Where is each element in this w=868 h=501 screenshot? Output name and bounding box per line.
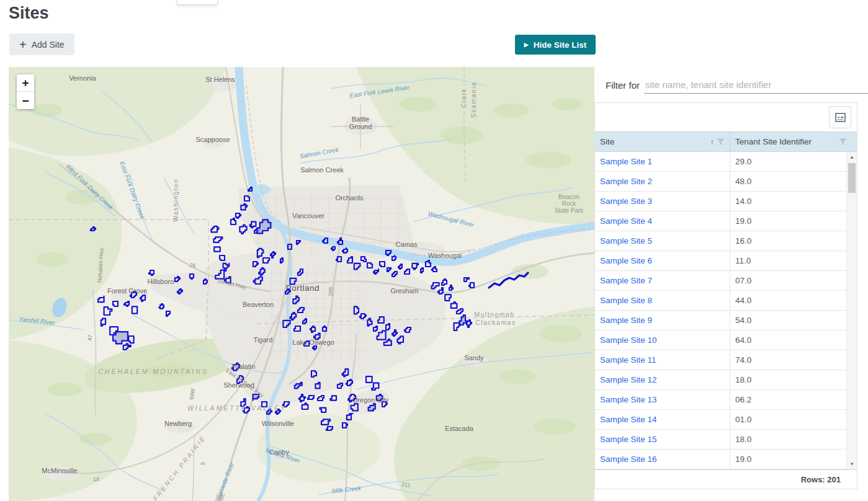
table-row: Sample Site 1064.0: [595, 330, 857, 350]
svg-text:Estacada: Estacada: [445, 425, 474, 432]
svg-text:Orchards: Orchards: [335, 194, 364, 202]
svg-text:Tigard: Tigard: [254, 336, 273, 344]
table-row: Sample Site 1306.2: [595, 390, 857, 410]
column-header-tenant-site-identifier[interactable]: Tenant Site Identifier: [730, 132, 857, 151]
site-link[interactable]: Sample Site 13: [595, 390, 730, 409]
filter-input[interactable]: [644, 78, 868, 94]
svg-text:Scappoose: Scappoose: [195, 136, 230, 143]
svg-text:Oregon City: Oregon City: [352, 396, 389, 404]
site-link[interactable]: Sample Site 10: [595, 330, 730, 350]
tenant-site-identifier-cell: 29.0: [730, 152, 846, 171]
svg-text:State Park: State Park: [555, 207, 584, 214]
site-link[interactable]: Sample Site 9: [595, 311, 730, 330]
site-link[interactable]: Sample Site 3: [595, 192, 730, 211]
filter-label: Filter for: [606, 78, 640, 91]
svg-text:Hillsboro: Hillsboro: [148, 278, 174, 285]
tenant-site-identifier-cell: 19.0: [730, 211, 846, 231]
svg-text:26: 26: [189, 262, 197, 269]
svg-text:18: 18: [93, 476, 99, 482]
table-row: Sample Site 129.0: [595, 152, 857, 172]
site-link[interactable]: Sample Site 2: [595, 172, 730, 191]
zoom-in-button[interactable]: +: [17, 74, 34, 92]
table-row: Sample Site 1401.0: [595, 410, 857, 430]
table-row: Sample Site 248.0: [595, 172, 857, 192]
svg-text:Sandy: Sandy: [464, 354, 484, 361]
site-link[interactable]: Sample Site 16: [595, 450, 730, 469]
scroll-up-icon[interactable]: ▲: [847, 152, 857, 162]
hide-site-list-button[interactable]: ▶ Hide Site List: [515, 35, 596, 55]
site-link[interactable]: Sample Site 14: [595, 410, 730, 429]
filter-funnel-icon[interactable]: [839, 138, 847, 146]
svg-text:Salmon Creek: Salmon Creek: [300, 166, 344, 174]
svg-text:St Helens: St Helens: [205, 76, 235, 83]
filter-funnel-icon[interactable]: [717, 138, 725, 146]
site-link[interactable]: Sample Site 5: [595, 231, 730, 250]
svg-text:Rock: Rock: [562, 200, 577, 207]
scroll-down-icon[interactable]: ▼: [847, 459, 857, 469]
site-link[interactable]: Sample Site 11: [595, 350, 730, 370]
clipped-top-button[interactable]: [177, 0, 218, 5]
add-site-button[interactable]: + Add Site: [9, 33, 74, 55]
tenant-site-identifier-cell: 16.0: [730, 231, 846, 250]
site-link[interactable]: Sample Site 6: [595, 251, 730, 270]
tenant-site-identifier-cell: 64.0: [730, 330, 846, 350]
site-link[interactable]: Sample Site 7: [595, 271, 730, 290]
svg-text:Vernonia: Vernonia: [69, 74, 96, 82]
tenant-site-identifier-cell: 18.0: [730, 370, 846, 389]
svg-text:Ground: Ground: [349, 123, 372, 130]
grid-footer: Rows: 201: [595, 469, 857, 489]
collapse-right-icon: ▶: [524, 42, 529, 48]
tenant-site-identifier-cell: 48.0: [730, 172, 846, 191]
grid-header: Site ↑ Tenant Site Identifier: [595, 131, 857, 152]
table-row: Sample Site 1174.0: [595, 350, 857, 370]
site-link[interactable]: Sample Site 4: [595, 211, 730, 231]
tenant-site-identifier-cell: 01.0: [730, 410, 846, 429]
zoom-out-button[interactable]: −: [17, 92, 34, 109]
tenant-site-identifier-cell: 19.0: [730, 450, 846, 469]
svg-text:Gresham: Gresham: [390, 287, 418, 295]
table-row: Sample Site 1619.0: [595, 450, 857, 469]
grid-toolbar: [595, 103, 857, 131]
svg-text:Portland: Portland: [286, 283, 320, 293]
tenant-site-identifier-cell: 07.0: [730, 271, 846, 290]
svg-text:Skamania: Skamania: [470, 82, 477, 118]
tenant-site-identifier-cell: 11.0: [730, 251, 846, 270]
add-site-label: Add Site: [32, 40, 65, 50]
tenant-site-identifier-cell: 54.0: [730, 311, 846, 330]
table-row: Sample Site 314.0: [595, 192, 857, 211]
table-row: Sample Site 707.0: [595, 271, 857, 291]
svg-text:CHEHALEM MOUNTAINS: CHEHALEM MOUNTAINS: [98, 368, 208, 375]
svg-text:Tualatin: Tualatin: [231, 363, 256, 370]
svg-text:Vancouver: Vancouver: [292, 212, 324, 219]
hide-site-list-label: Hide Site List: [534, 40, 587, 50]
grid-body: Sample Site 129.0Sample Site 248.0Sample…: [595, 152, 857, 469]
table-row: Sample Site 954.0: [595, 311, 857, 330]
column-label-tenant: Tenant Site Identifier: [735, 137, 812, 146]
tenant-site-identifier-cell: 44.0: [730, 291, 846, 310]
site-link[interactable]: Sample Site 15: [595, 430, 730, 449]
svg-text:Clark: Clark: [460, 88, 467, 108]
table-row: Sample Site 1518.0: [595, 430, 857, 450]
svg-text:205: 205: [328, 286, 334, 296]
site-link[interactable]: Sample Site 12: [595, 370, 730, 389]
map-region[interactable]: VernoniaSt HelensScappooseBattleGroundSa…: [9, 67, 594, 501]
table-row: Sample Site 419.0: [595, 211, 857, 231]
svg-text:Battle: Battle: [352, 115, 369, 123]
rows-count: Rows: 201: [801, 475, 841, 484]
column-header-site[interactable]: Site ↑: [595, 132, 730, 151]
svg-text:Lake Oswego: Lake Oswego: [292, 339, 334, 346]
tenant-site-identifier-cell: 18.0: [730, 430, 846, 449]
export-button[interactable]: [829, 106, 851, 128]
table-scrollbar[interactable]: ▲ ▼: [846, 152, 857, 469]
site-list-panel: Site ↑ Tenant Site Identifier Sample Sit…: [594, 102, 857, 489]
site-link[interactable]: Sample Site 8: [595, 291, 730, 310]
tenant-site-identifier-cell: 74.0: [730, 350, 846, 370]
tenant-site-identifier-cell: 14.0: [730, 192, 846, 211]
svg-text:McMinnville: McMinnville: [42, 467, 77, 474]
svg-text:Camas: Camas: [396, 241, 418, 248]
scrollbar-thumb[interactable]: [848, 163, 856, 193]
export-excel-icon: [835, 113, 846, 122]
site-link[interactable]: Sample Site 1: [595, 152, 730, 171]
map-zoom-control: + −: [17, 74, 34, 109]
map-canvas[interactable]: VernoniaSt HelensScappooseBattleGroundSa…: [9, 67, 594, 501]
